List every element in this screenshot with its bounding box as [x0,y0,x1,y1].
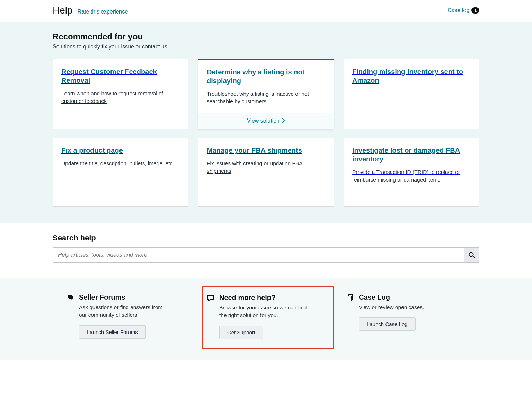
rec-card-title: Fix a product page [61,146,180,155]
view-solution-label: View solution [247,118,280,124]
rec-card-title: Investigate lost or damaged FBA inventor… [352,146,471,163]
page-title: Help [53,5,73,16]
rec-card-highlighted[interactable]: Determine why a listing is not displayin… [198,59,334,129]
search-section: Search help [0,223,532,278]
svg-rect-3 [347,296,351,301]
rec-card-title: Manage your FBA shipments [207,146,325,155]
tile-desc: Ask questions or find answers from our c… [79,303,169,319]
help-tiles-section: Seller Forums Ask questions or find answ… [0,278,532,360]
rec-card-desc: Fix issues with creating or updating FBA… [207,160,325,175]
rec-card[interactable]: Fix a product page Update the title, des… [53,138,188,207]
recommended-subheading: Solutions to quickly fix your issue or c… [53,44,479,50]
copy-icon [346,294,354,302]
tile-seller-forums: Seller Forums Ask questions or find answ… [66,293,186,339]
launch-seller-forums-button[interactable]: Launch Seller Forums [79,325,146,339]
launch-case-log-button[interactable]: Launch Case Log [359,317,416,331]
rec-card[interactable]: Investigate lost or damaged FBA inventor… [344,138,479,207]
rate-experience-link[interactable]: Rate this experience [78,9,128,15]
search-button[interactable] [464,247,479,263]
view-solution-link[interactable]: View solution [247,118,285,124]
rec-card-desc: Provide a Transaction ID (TRID) to repla… [352,168,471,184]
search-input[interactable] [53,247,464,263]
forums-icon [66,294,74,302]
tile-desc: Browse for your issue so we can find the… [219,304,309,319]
caselog-count-badge: 1 [471,7,479,14]
search-heading: Search help [53,233,479,242]
rec-card-title: Request Customer Feedback Removal [61,68,180,85]
tile-case-log: Case Log View or review open cases. Laun… [346,293,466,339]
rec-card-title: Finding missing inventory sent to Amazon [352,68,471,85]
caselog-link-label: Case log [447,7,469,14]
rec-card-desc: Update the title, description, bullets, … [61,160,180,167]
caselog-link[interactable]: Case log 1 [447,7,479,14]
tile-desc: View or review open cases. [359,303,424,311]
rec-card-desc: Troubleshoot why a listing is inactive o… [207,90,325,106]
get-support-button[interactable]: Get Support [219,326,263,339]
tile-title: Case Log [359,293,424,301]
chevron-right-icon [282,118,285,124]
svg-line-1 [473,256,475,258]
rec-card[interactable]: Request Customer Feedback Removal Learn … [53,59,188,129]
rec-card[interactable]: Finding missing inventory sent to Amazon [344,59,479,129]
chat-icon [207,294,214,302]
tile-title: Seller Forums [79,293,169,301]
rec-card[interactable]: Manage your FBA shipments Fix issues wit… [198,138,334,207]
tile-get-support: Need more help? Browse for your issue so… [202,286,334,349]
recommended-heading: Recommended for you [53,32,479,42]
top-bar: Help Rate this experience Case log 1 [53,0,479,22]
search-icon [468,251,475,258]
tile-title: Need more help? [219,294,309,302]
rec-card-title: Determine why a listing is not displayin… [207,68,325,85]
rec-card-desc: Learn when and how to request removal of… [61,90,180,105]
recommended-section: Recommended for you Solutions to quickly… [0,22,532,223]
